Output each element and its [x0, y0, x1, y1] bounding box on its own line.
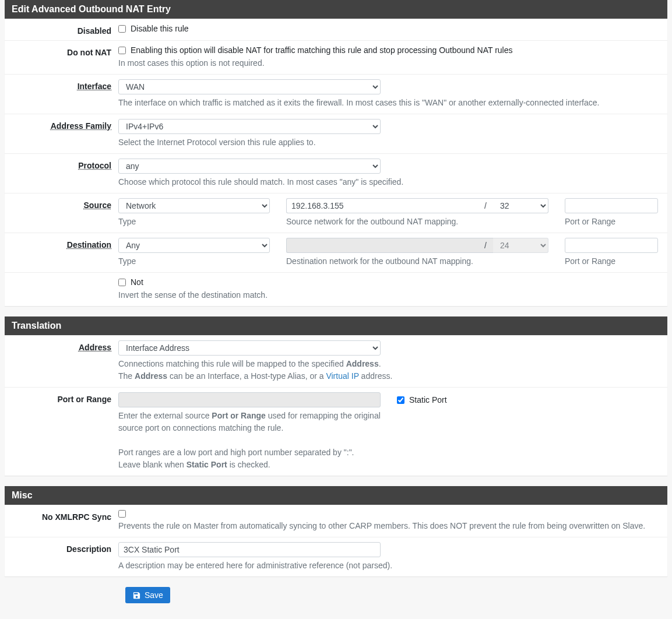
- label-not: [5, 277, 118, 301]
- caption-destination-net: Destination network for the outbound NAT…: [286, 255, 548, 268]
- select-source-type[interactable]: Network: [118, 198, 270, 213]
- panel-edit-title: Edit Advanced Outbound NAT Entry: [5, 0, 667, 19]
- save-button[interactable]: Save: [125, 587, 170, 603]
- panel-edit: Edit Advanced Outbound NAT Entry Disable…: [5, 0, 667, 306]
- label-trans-address: Address: [79, 343, 111, 352]
- select-destination-mask: 24: [493, 238, 548, 253]
- slash-separator: /: [478, 198, 493, 213]
- panel-misc-title: Misc: [5, 486, 667, 505]
- help-trans-port: Enter the external source Port or Range …: [118, 410, 398, 471]
- select-interface[interactable]: WAN: [118, 79, 381, 94]
- save-button-label: Save: [145, 590, 163, 600]
- label-source: Source: [84, 201, 111, 210]
- panel-translation: Translation Address Interface Address Co…: [5, 316, 667, 476]
- label-protocol: Protocol: [78, 161, 111, 170]
- help-donotnat: In most cases this option is not require…: [118, 57, 660, 69]
- select-destination-type[interactable]: Any: [118, 238, 270, 253]
- help-trans-address: Connections matching this rule will be m…: [118, 358, 660, 382]
- input-description[interactable]: [118, 542, 381, 557]
- label-description: Description: [5, 542, 118, 572]
- help-nosync: Prevents the rule on Master from automat…: [118, 520, 660, 532]
- label-donotnat: Do not NAT: [5, 45, 118, 69]
- help-not: Invert the sense of the destination matc…: [118, 289, 660, 301]
- label-nosync: No XMLRPC Sync: [5, 510, 118, 532]
- select-trans-address[interactable]: Interface Address: [118, 340, 381, 356]
- checkbox-nosync[interactable]: [118, 510, 126, 518]
- help-protocol: Choose which protocol this rule should m…: [118, 176, 660, 188]
- caption-source-type: Type: [118, 216, 270, 228]
- save-icon: [132, 591, 141, 600]
- panel-translation-title: Translation: [5, 316, 667, 335]
- caption-destination-port: Port or Range: [565, 255, 658, 268]
- checkbox-static-port-label: Static Port: [409, 395, 447, 405]
- checkbox-static-port[interactable]: [397, 396, 404, 404]
- checkbox-disabled[interactable]: [118, 25, 126, 33]
- label-disabled: Disabled: [5, 24, 118, 36]
- link-virtual-ip[interactable]: Virtual IP: [326, 371, 358, 381]
- select-source-mask[interactable]: 32: [493, 198, 548, 213]
- checkbox-not-label: Not: [131, 277, 143, 287]
- slash-separator: /: [478, 238, 493, 253]
- help-interface: The interface on which traffic is matche…: [118, 97, 660, 109]
- checkbox-donotnat-label: Enabling this option will disable NAT fo…: [131, 45, 513, 55]
- checkbox-not[interactable]: [118, 279, 126, 286]
- input-source-port[interactable]: [565, 198, 658, 213]
- caption-source-port: Port or Range: [565, 216, 658, 228]
- input-destination-port[interactable]: [565, 238, 658, 253]
- label-destination: Destination: [67, 240, 111, 249]
- checkbox-disabled-label: Disable this rule: [131, 24, 189, 33]
- input-destination-network: [286, 238, 478, 253]
- panel-misc: Misc No XMLRPC Sync Prevents the rule on…: [5, 486, 667, 576]
- label-interface: Interface: [78, 82, 111, 91]
- select-protocol[interactable]: any: [118, 159, 381, 174]
- help-addressfamily: Select the Internet Protocol version thi…: [118, 136, 660, 149]
- checkbox-donotnat[interactable]: [118, 47, 126, 54]
- label-addressfamily: Address Family: [51, 121, 111, 131]
- input-source-network[interactable]: [286, 198, 478, 213]
- select-addressfamily[interactable]: IPv4+IPv6: [118, 119, 381, 134]
- label-trans-port: Port or Range: [5, 392, 118, 471]
- input-trans-port: [118, 392, 381, 407]
- help-description: A description may be entered here for ad…: [118, 560, 660, 572]
- caption-source-net: Source network for the outbound NAT mapp…: [286, 216, 548, 228]
- caption-destination-type: Type: [118, 255, 270, 268]
